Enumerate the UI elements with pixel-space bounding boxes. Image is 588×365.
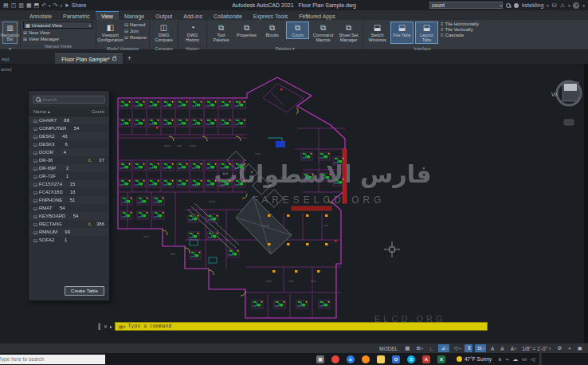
block-count-row[interactable]: ⊡ SOFA2 ⚠ 1	[29, 236, 109, 244]
taskbar-app-icon[interactable]: ⊞	[316, 355, 324, 363]
ribbon-small-button[interactable]: ⊞ New View	[23, 29, 93, 35]
block-count-row[interactable]: ⊡ KEYBOARD ⚠ 54	[29, 212, 109, 220]
windows-search-input[interactable]	[0, 356, 86, 362]
ribbon-small-button[interactable]: ≡ Tile Vertically	[441, 27, 479, 32]
status-bar-item[interactable]: ∟ ▾	[427, 345, 436, 352]
alerts-icon[interactable]: ⚠	[560, 2, 565, 9]
block-count-row[interactable]: ⊡ FC42X18D ⚠ 16	[29, 188, 109, 196]
help-caret-icon[interactable]: ▾	[582, 3, 585, 8]
signed-in-user[interactable]: kstekling	[522, 2, 543, 8]
status-bar-item[interactable]: A ▾	[508, 345, 519, 352]
tray-icon[interactable]: ≈	[506, 356, 509, 362]
viewport-configuration-button[interactable]: ◧ Viewport Configuration	[99, 22, 122, 44]
palette-button[interactable]: ⧉ Tool Palettes	[210, 22, 233, 44]
new-drawing-tab-button[interactable]: +	[123, 54, 136, 64]
ribbon-small-button[interactable]: ≡ Cascade	[441, 33, 479, 37]
status-bar-item[interactable]: ▣ ▾	[575, 344, 584, 352]
palette-button[interactable]: ⧉ Command Macros	[312, 22, 335, 44]
ribbon-tab[interactable]: View	[96, 11, 119, 20]
taskbar-app-icon[interactable]: X	[437, 355, 445, 363]
ribbon-tab[interactable]: Collaborate	[208, 12, 248, 20]
interface-button[interactable]: ⬓ Layout Tabs	[415, 22, 438, 44]
palette-button[interactable]: ⧉ Properties	[235, 22, 258, 39]
block-count-row[interactable]: ⊡ DR-36 ⚠ 37	[29, 156, 109, 164]
interface-button[interactable]: ⬓ File Tabs	[390, 22, 414, 44]
ribbon-display-toggle-icon[interactable]: ▭ ▾	[300, 12, 308, 19]
ribbon-small-button[interactable]: ⊟ Join	[124, 28, 147, 33]
status-bar-item[interactable]: A ▾	[488, 345, 496, 352]
windows-search-box[interactable]	[0, 355, 105, 364]
redo-icon[interactable]: ↷	[53, 2, 58, 9]
show-desktop-button[interactable]	[539, 353, 542, 365]
ribbon-tab[interactable]: Annotate	[24, 12, 57, 20]
app-menu-icon[interactable]: ▤	[3, 2, 9, 9]
save-icon[interactable]: ▦	[26, 2, 32, 9]
status-bar-item[interactable]: ⊿ ▾	[438, 344, 449, 352]
open-file-icon[interactable]: ▥	[18, 2, 24, 9]
view-dropdown[interactable]: ▦ Unsaved View ▾	[23, 22, 93, 29]
block-count-row[interactable]: ⊡ FNPHONE ⚠ 51	[29, 196, 109, 204]
file-tab-active[interactable]: Floor Plan Sample*	[55, 53, 122, 64]
account-avatar[interactable]	[514, 3, 519, 8]
block-count-row[interactable]: ⊡ CHAIR7 ⚠ 88	[29, 116, 109, 124]
block-count-row[interactable]: ⊡ DESK2 ⚠ 43	[29, 132, 109, 140]
palette-button[interactable]: ⧉ Count	[286, 22, 309, 39]
interface-button[interactable]: ⬓ Switch Windows	[366, 22, 389, 44]
help-search-box[interactable]: ▾	[429, 2, 503, 9]
status-bar-item[interactable]: ⊞ ▾	[414, 344, 425, 352]
share-button[interactable]: Share	[72, 2, 87, 8]
ribbon-tab[interactable]: Add-ins	[178, 12, 208, 20]
command-input-bar[interactable]: ▦▾ Type a command	[115, 322, 488, 331]
ribbon-small-button[interactable]: ≡ Tile Horizontally	[441, 22, 479, 26]
ribbon-tab[interactable]: Output	[150, 12, 178, 20]
tray-icon[interactable]: ▭	[522, 356, 527, 363]
search-caret-icon[interactable]: ▾	[500, 3, 503, 8]
print-icon[interactable]: ⬒	[34, 2, 40, 9]
block-count-row[interactable]: ⊡ DR-69P ⚠ 2	[29, 164, 109, 172]
create-table-button[interactable]: Create Table	[65, 286, 104, 296]
ribbon-small-button[interactable]: ⊞ View Manager	[23, 36, 93, 41]
redo-caret-icon[interactable]: ▾	[60, 3, 62, 8]
undo-icon[interactable]: ↶	[41, 2, 46, 9]
account-caret-icon[interactable]: ▾	[547, 3, 549, 8]
app-store-cart-icon[interactable]: ⛁	[552, 2, 557, 9]
status-bar-item[interactable]: ⚙ ▾	[555, 344, 563, 352]
share-icon[interactable]: ➤	[65, 2, 69, 9]
command-line-close-icon[interactable]: ✕	[101, 324, 110, 329]
status-bar-item[interactable]: 1/8" = 1'-0" ▾	[520, 345, 552, 352]
palette-search-input[interactable]	[42, 97, 102, 102]
taskbar-weather[interactable]: 47°F Sunny	[457, 356, 492, 362]
taskbar-app-icon[interactable]: e	[347, 355, 355, 363]
status-bar-item[interactable]: A ▾	[498, 345, 505, 352]
ribbon-small-button[interactable]: ⊟ Restore	[124, 34, 147, 40]
ribbon-tab[interactable]: Express Tools	[248, 12, 293, 20]
taskbar-app-icon[interactable]	[362, 355, 370, 363]
ribbon-tab[interactable]: Manage	[119, 12, 150, 20]
ribbon-small-button[interactable]: ⊟ Named	[124, 22, 147, 27]
palette-button[interactable]: ⧉ Blocks	[261, 22, 284, 39]
tray-icon[interactable]: ∧	[498, 356, 502, 363]
recent-commands-icon[interactable]: ▦▾	[119, 324, 126, 329]
status-bar-item[interactable]: + ▾	[566, 345, 573, 352]
ribbon-tab[interactable]: Parametric	[57, 12, 96, 20]
status-bar-item[interactable]: ⊼ ▾	[465, 344, 472, 352]
block-count-row[interactable]: ⊡ FC15X27A ⚠ 15	[29, 180, 109, 188]
block-count-row[interactable]: ⊡ COMPUTER ⚠ 54	[29, 124, 109, 132]
dwg-compare-button[interactable]: ◫ DWG Compare	[152, 22, 175, 44]
block-count-row[interactable]: ⊡ DESK3 ⚠ 6	[29, 140, 109, 148]
taskbar-app-icon[interactable]: O	[392, 355, 400, 363]
tray-icon[interactable]: ☁	[512, 356, 518, 363]
help-search-input[interactable]	[430, 2, 500, 8]
block-count-row[interactable]: ⊡ RMAT ⚠ 54	[29, 204, 109, 212]
tray-icon[interactable]: ◁	[531, 356, 535, 363]
undo-caret-icon[interactable]: ▾	[49, 3, 51, 8]
search-icon[interactable]	[506, 3, 511, 8]
command-line-grip[interactable]: ▐	[96, 324, 101, 329]
status-bar-item[interactable]: ▦ ▾	[402, 344, 411, 352]
taskbar-app-icon[interactable]	[377, 355, 385, 363]
block-count-row[interactable]: ⊡ DOOR ⚠ 4	[29, 148, 109, 156]
status-bar-item[interactable]: ◇ ▾	[452, 344, 462, 352]
status-bar-item[interactable]: MODEL ▾	[378, 345, 400, 352]
block-count-row[interactable]: ⊡ DR-72F ⚠ 1	[29, 172, 109, 180]
palette-column-headers[interactable]: Name ▴ Count	[29, 107, 109, 116]
